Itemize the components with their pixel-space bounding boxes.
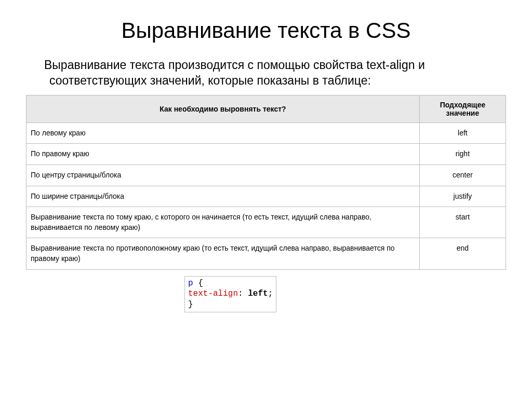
code-brace-close: }	[188, 300, 193, 309]
cell-desc: По левому краю	[26, 122, 420, 144]
code-brace-open: {	[193, 279, 203, 288]
table-row: Выравнивание текста по противоположному …	[26, 238, 506, 269]
code-example: p { text-align: left; }	[184, 276, 276, 312]
code-semicolon: ;	[268, 289, 273, 298]
cell-desc: По центру страницы/блока	[26, 164, 420, 186]
cell-desc: Выравнивание текста по тому краю, с кото…	[26, 207, 420, 238]
cell-val: center	[419, 164, 506, 186]
table-header-value: Подходящее значение	[419, 95, 506, 122]
slide-description: Выравнивание текста производится с помощ…	[44, 58, 506, 89]
table-row: По левому краю left	[26, 122, 506, 144]
table-row: По ширине страницы/блока justify	[26, 186, 506, 207]
slide-title: Выравнивание текста в CSS	[26, 18, 506, 43]
cell-val: right	[419, 144, 506, 165]
cell-desc: По правому краю	[26, 144, 420, 165]
cell-val: start	[419, 207, 506, 238]
table-row: Выравнивание текста по тому краю, с кото…	[26, 207, 506, 238]
cell-val: left	[419, 122, 506, 144]
code-property: text-align	[188, 289, 238, 298]
code-selector: p	[188, 279, 193, 288]
cell-val: end	[419, 238, 506, 269]
table-header-question: Как необходимо выровнять текст?	[26, 95, 420, 122]
code-colon: :	[238, 289, 248, 298]
values-table: Как необходимо выровнять текст? Подходящ…	[26, 95, 506, 270]
cell-desc: Выравнивание текста по противоположному …	[26, 238, 420, 269]
cell-val: justify	[419, 186, 506, 207]
cell-desc: По ширине страницы/блока	[26, 186, 420, 207]
table-row: По правому краю right	[26, 144, 506, 165]
table-row: По центру страницы/блока center	[26, 164, 506, 186]
code-value: left	[248, 289, 268, 298]
